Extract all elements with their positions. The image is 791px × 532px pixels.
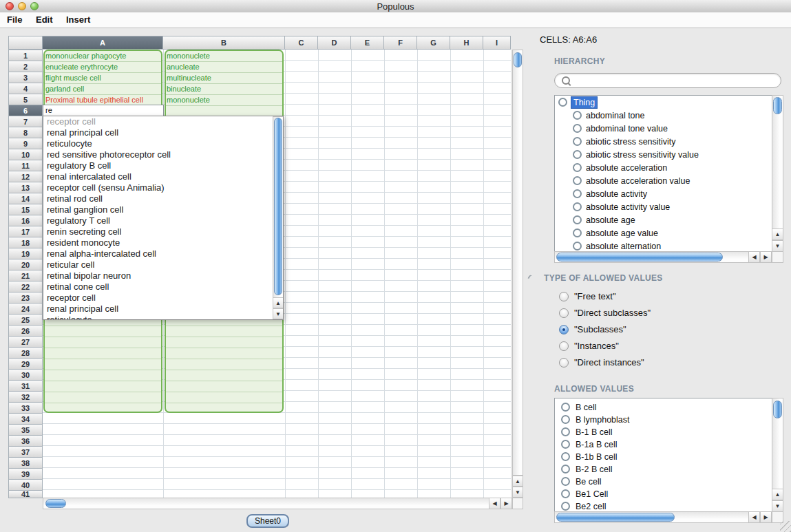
row-header-33[interactable]: 33: [8, 402, 43, 414]
row-header-8[interactable]: 8: [8, 127, 43, 138]
tree-item[interactable]: absolute alternation: [586, 241, 661, 252]
column-header-a[interactable]: A: [43, 36, 163, 50]
allowed-scroll-left-icon[interactable]: ◀: [748, 511, 760, 523]
cell-b2[interactable]: anucleate: [167, 61, 281, 72]
column-header-h[interactable]: H: [450, 36, 483, 50]
tree-item[interactable]: abiotic stress sensitivity: [586, 136, 676, 147]
column-header-d[interactable]: D: [318, 36, 351, 50]
menu-file[interactable]: File: [7, 14, 22, 25]
autocomplete-item[interactable]: reticulocyte: [43, 138, 274, 149]
tree-item[interactable]: absolute age: [586, 215, 635, 226]
row-header-28[interactable]: 28: [8, 347, 43, 359]
row-header-22[interactable]: 22: [8, 281, 43, 292]
radio--direct-subclasses-[interactable]: [559, 308, 569, 318]
allowed-scroll-right-icon[interactable]: ▶: [760, 511, 772, 523]
row-header-11[interactable]: 11: [8, 160, 43, 171]
allowed-value-item[interactable]: B lymphoblast: [576, 414, 630, 425]
sheet-scroll-up-icon[interactable]: ▲: [512, 476, 523, 487]
sheet-hscroll-thumb[interactable]: [45, 499, 66, 508]
row-header-39[interactable]: 39: [8, 468, 43, 480]
cell-a1[interactable]: mononuclear phagocyte: [45, 50, 160, 61]
hierarchy-search-field[interactable]: [554, 73, 781, 88]
row-header-32[interactable]: 32: [8, 391, 43, 403]
tree-item-root[interactable]: Thing: [571, 96, 598, 109]
row-header-34[interactable]: 34: [8, 413, 43, 425]
autocomplete-item[interactable]: red sensitive photoreceptor cell: [43, 149, 274, 160]
tree-item[interactable]: absolute acceleration value: [586, 175, 690, 187]
autocomplete-item[interactable]: reticular cell: [43, 259, 274, 270]
column-header-i[interactable]: I: [483, 36, 511, 50]
cell-a4[interactable]: garland cell: [45, 83, 160, 94]
row-header-3[interactable]: 3: [8, 72, 43, 83]
cell-b4[interactable]: binucleate: [167, 83, 281, 94]
row-header-29[interactable]: 29: [8, 358, 43, 370]
row-header-10[interactable]: 10: [8, 149, 43, 160]
cell-b1[interactable]: mononuclete: [167, 50, 281, 61]
row-header-21[interactable]: 21: [8, 270, 43, 281]
allowed-value-item[interactable]: B-2 B cell: [576, 464, 613, 475]
sheet-scroll-left-icon[interactable]: ◀: [489, 498, 500, 509]
radio--subclasses-[interactable]: [559, 325, 569, 334]
cell-b3[interactable]: multinucleate: [167, 72, 281, 83]
row-header-24[interactable]: 24: [8, 303, 43, 315]
row-header-17[interactable]: 17: [8, 226, 43, 237]
radio--instances-[interactable]: [559, 341, 569, 351]
autocomplete-item[interactable]: retinal cone cell: [43, 281, 274, 292]
row-header-25[interactable]: 25: [8, 314, 43, 326]
row-header-41[interactable]: 41: [8, 490, 43, 498]
autocomplete-item[interactable]: renal principal cell: [43, 127, 274, 138]
autocomplete-item[interactable]: renal principal cell: [43, 304, 274, 315]
column-header-b[interactable]: B: [163, 36, 285, 50]
allowed-value-item[interactable]: B cell: [576, 402, 597, 413]
row-header-35[interactable]: 35: [8, 424, 43, 436]
row-header-23[interactable]: 23: [8, 292, 43, 304]
row-header-27[interactable]: 27: [8, 336, 43, 348]
column-header-f[interactable]: F: [384, 36, 417, 50]
dropdown-scrollbar-thumb[interactable]: [274, 118, 282, 295]
row-header-18[interactable]: 18: [8, 237, 43, 248]
row-header-40[interactable]: 40: [8, 479, 43, 491]
allowed-value-item[interactable]: Be2 cell: [576, 501, 606, 512]
window-resize-grip[interactable]: [780, 521, 791, 532]
sheet-scroll-down-icon[interactable]: ▼: [512, 487, 523, 498]
autocomplete-item[interactable]: regulatory B cell: [43, 160, 274, 171]
allowed-value-item[interactable]: B-1 B cell: [576, 427, 613, 438]
cell-a5[interactable]: Proximal tubule epithelial cell: [45, 94, 160, 105]
row-header-38[interactable]: 38: [8, 457, 43, 469]
row-header-6[interactable]: 6: [8, 105, 43, 116]
sheet-vscroll-thumb[interactable]: [514, 52, 522, 67]
dropdown-scroll-down-icon[interactable]: ▼: [273, 308, 284, 319]
autocomplete-item[interactable]: renal alpha-intercalated cell: [43, 248, 274, 259]
row-header-2[interactable]: 2: [8, 61, 43, 72]
allowed-value-item[interactable]: Be1 Cell: [576, 489, 608, 500]
dropdown-scroll-up-icon[interactable]: ▲: [273, 297, 284, 308]
tree-item[interactable]: absolute acceleration: [586, 162, 667, 173]
row-header-26[interactable]: 26: [8, 325, 43, 337]
row-header-19[interactable]: 19: [8, 248, 43, 259]
column-header-e[interactable]: E: [351, 36, 384, 50]
sheet-hscroll-track[interactable]: [43, 498, 512, 509]
search-input[interactable]: [574, 75, 777, 87]
row-header-31[interactable]: 31: [8, 380, 43, 392]
hierarchy-scroll-down-icon[interactable]: ▼: [772, 240, 783, 252]
allowed-scroll-down-icon[interactable]: ▼: [772, 500, 783, 512]
allowed-scroll-up-icon[interactable]: ▲: [772, 489, 783, 500]
menu-edit[interactable]: Edit: [36, 14, 53, 25]
row-header-36[interactable]: 36: [8, 435, 43, 447]
autocomplete-item[interactable]: receptor cell: [43, 292, 274, 304]
column-header-c[interactable]: C: [285, 36, 318, 50]
autocomplete-item[interactable]: retinal ganglion cell: [43, 204, 274, 215]
row-header-15[interactable]: 15: [8, 204, 43, 215]
autocomplete-item[interactable]: retinal rod cell: [43, 193, 274, 204]
autocomplete-item[interactable]: renin secreting cell: [43, 226, 274, 237]
autocomplete-item[interactable]: resident monocyte: [43, 237, 274, 248]
allowed-value-item[interactable]: B-1b B cell: [576, 451, 617, 462]
allowed-vscroll-thumb[interactable]: [773, 401, 782, 418]
allowed-hscroll-thumb[interactable]: [556, 513, 675, 522]
row-header-20[interactable]: 20: [8, 259, 43, 270]
tree-item[interactable]: abdominal tone value: [586, 123, 668, 134]
autocomplete-item[interactable]: renal intercalated cell: [43, 171, 274, 182]
row-header-12[interactable]: 12: [8, 171, 43, 182]
hierarchy-scroll-left-icon[interactable]: ◀: [748, 251, 760, 263]
allowed-value-item[interactable]: B-1a B cell: [576, 439, 617, 450]
